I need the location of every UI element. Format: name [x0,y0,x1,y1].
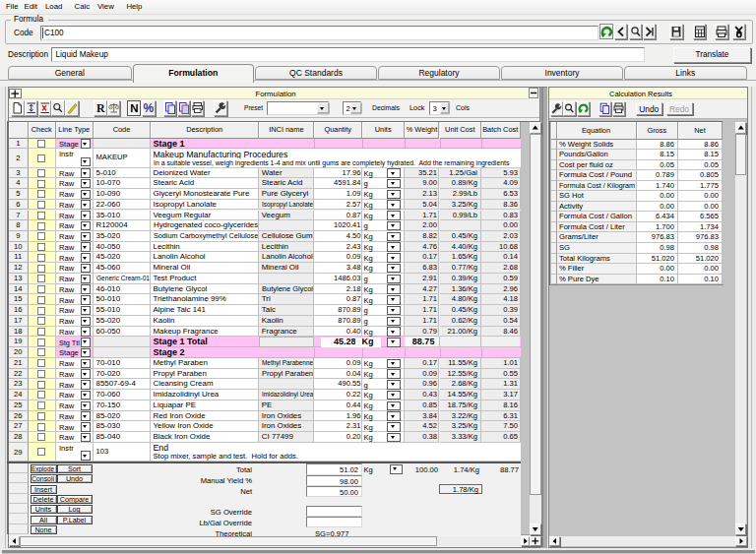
svg-text:R: R [96,101,105,115]
svg-text:%: % [143,101,154,115]
svg-text:N: N [130,102,138,114]
